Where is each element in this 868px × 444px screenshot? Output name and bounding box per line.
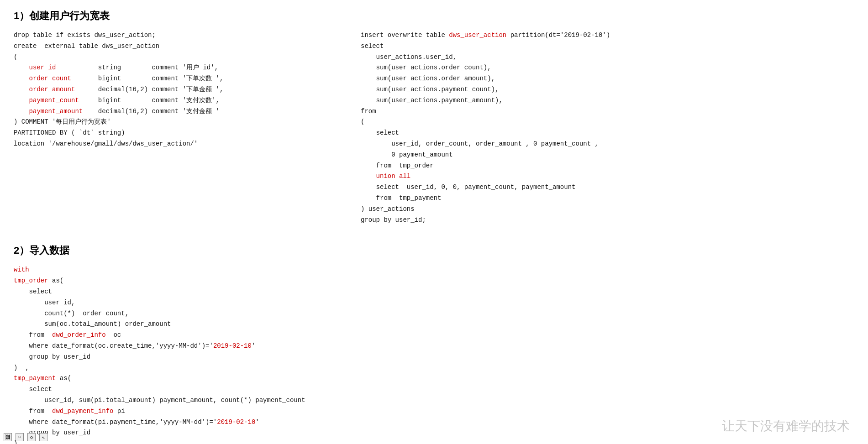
section1-columns: drop table if exists dws_user_action;cre… xyxy=(14,30,854,225)
section2: 2）导入数据 withtmp_order as( select user_id,… xyxy=(14,244,854,444)
section2-left-code: withtmp_order as( select user_id, count(… xyxy=(14,265,854,444)
section1-left: drop table if exists dws_user_action;cre… xyxy=(14,30,361,225)
cursor-icon[interactable]: ↖ xyxy=(39,433,47,441)
circle-icon[interactable]: ○ xyxy=(16,433,24,441)
image-icon[interactable]: 🖼 xyxy=(4,433,12,441)
section2-title: 2）导入数据 xyxy=(14,244,854,257)
section1-title: 1）创建用户行为宽表 xyxy=(14,9,854,23)
section1-left-code: drop table if exists dws_user_action;cre… xyxy=(14,30,342,150)
toolbar: 🖼 ○ ◇ ↖ xyxy=(0,430,91,444)
page-container: 1）创建用户行为宽表 drop table if exists dws_user… xyxy=(0,0,868,444)
diamond-icon[interactable]: ◇ xyxy=(27,433,36,441)
section1-right: insert overwrite table dws_user_action p… xyxy=(361,30,854,225)
section1-right-code: insert overwrite table dws_user_action p… xyxy=(361,30,854,225)
